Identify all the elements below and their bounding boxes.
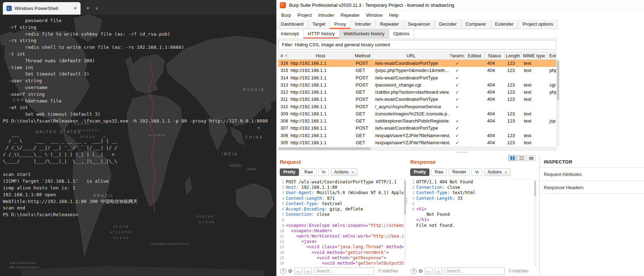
request-tab-n[interactable]: \n (318, 168, 329, 176)
column-header-host[interactable]: Host (288, 52, 353, 59)
table-horizontal-scrollbar[interactable] (278, 147, 556, 151)
settings-gear-icon[interactable]: ⚙ (288, 268, 293, 274)
history-row-314[interactable]: 314http://192.168.1.1POST/wls-wsat/Coord… (278, 74, 556, 82)
terminal-tab[interactable]: >_ Windows PowerShell ✕ (3, 2, 81, 15)
layout-side-by-side-button[interactable] (508, 155, 517, 161)
main-tab-decoder[interactable]: Decoder (435, 20, 461, 29)
code-line: 16 <void method="getServletOutputStre (279, 261, 403, 266)
history-row-307[interactable]: 307http://192.168.1.1POST/wls-wsat/Coord… (278, 125, 556, 132)
terminal-output: password file -rf string redis file to w… (3, 17, 268, 218)
line-number: 2 (279, 185, 286, 190)
history-row-306[interactable]: 306http://192.168.1.1GET/wxjsapi/saveYZJ… (278, 132, 556, 139)
column-header-url[interactable]: URL (372, 52, 450, 59)
main-tab-target[interactable]: Target (308, 20, 330, 29)
search-input[interactable] (314, 267, 374, 275)
response-tab-render[interactable]: Render (449, 168, 470, 176)
layout-combined-button[interactable] (527, 155, 535, 161)
request-tab-raw[interactable]: Raw (301, 168, 316, 176)
scrollbar-thumb[interactable] (534, 181, 536, 196)
code-line: 11 <work:WorkContext xmlns:work="http://… (279, 234, 403, 239)
sub-tab-http-history[interactable]: HTTP history (304, 29, 340, 38)
code-line: 2Host: 192.168.1.1:80 (279, 185, 403, 190)
code-line: Not Found (409, 212, 534, 217)
column-header-method[interactable]: Method (353, 52, 372, 59)
filter-bar[interactable]: Filter: Hiding CSS, image and general bi… (278, 40, 556, 50)
sub-tab-intercept[interactable]: Intercept (277, 29, 304, 38)
history-row-312[interactable]: 312http://192.168.1.1GET/zabbix.php?acti… (278, 89, 556, 96)
column-header-num[interactable]: #∨ (278, 52, 288, 59)
sub-tab-websockets-history[interactable]: WebSockets history (339, 29, 389, 38)
panel-splitter-handle[interactable] (406, 198, 407, 203)
search-next-button[interactable]: → (434, 267, 442, 275)
history-row-308[interactable]: 308http://192.168.1.1GET/uddiexplorer/Se… (278, 118, 556, 125)
splitter-handle[interactable] (457, 152, 468, 153)
menu-window[interactable]: Window (363, 12, 386, 18)
main-tab-comparer[interactable]: Comparer (461, 20, 491, 29)
response-editor-scrollbar[interactable] (534, 179, 536, 266)
request-editor[interactable]: 1POST /wls-wsat/CoordinatorPortType HTTP… (279, 179, 403, 266)
table-vertical-scrollbar[interactable] (556, 60, 560, 146)
request-editor-scrollbar[interactable] (404, 179, 406, 266)
history-row-316[interactable]: 316http://192.168.1.1POST/wls-wsat/Coord… (278, 60, 556, 67)
params-check: ✓ (450, 96, 464, 103)
layout-stacked-button[interactable] (517, 155, 526, 161)
menu-help[interactable]: Help (386, 12, 402, 18)
response-tab-pretty[interactable]: Pretty (410, 168, 429, 176)
history-row-311[interactable]: 311http://192.168.1.1POST/wls-wsat/Coord… (278, 96, 556, 103)
scrollbar-thumb[interactable] (404, 181, 406, 215)
scrollbar-thumb[interactable] (279, 147, 371, 150)
tab-dropdown-icon[interactable]: ∨ (95, 6, 98, 11)
inspector-section-response-headers[interactable]: Response Headers (540, 181, 644, 194)
params-check: ✓ (450, 60, 464, 67)
main-tab-proxy[interactable]: Proxy (330, 20, 351, 29)
response-tab-raw[interactable]: Raw (431, 168, 447, 176)
column-header-length[interactable]: Length (505, 52, 521, 59)
request-actions-button[interactable]: Actions ∨ (331, 168, 357, 176)
column-header-extension[interactable]: Extension (547, 52, 556, 59)
request-tab-pretty[interactable]: Pretty (280, 168, 299, 176)
column-header-edited[interactable]: Edited (464, 52, 485, 59)
menu-repeater[interactable]: Repeater (338, 12, 363, 18)
inspector-section-request-attributes[interactable]: Request Attributes (540, 167, 644, 181)
menu-burp[interactable]: Burp (278, 12, 294, 18)
line-number: 6 (409, 207, 416, 212)
column-header-mime-type[interactable]: MIME type (521, 52, 547, 59)
search-next-button[interactable]: → (304, 267, 312, 275)
history-row-309[interactable]: 309http://192.168.1.1GET/console/images/… (278, 110, 556, 118)
match-count: 0 matches (378, 269, 398, 274)
history-row-310[interactable]: 310http://192.168.1.1POST/_async/AsyncRe… (278, 103, 556, 110)
search-prev-button[interactable]: ← (425, 267, 433, 275)
new-tab-button[interactable]: + (86, 5, 89, 11)
menu-intruder[interactable]: Intruder (315, 12, 338, 18)
menu-project[interactable]: Project (294, 12, 315, 18)
history-row-305[interactable]: 305http://192.168.1.1GET/wxjsapi/saveYZJ… (278, 139, 556, 146)
column-header-params[interactable]: Params (450, 52, 464, 59)
terminal-body[interactable]: GreenlandCANADARUSSIAUNITED STATESCHINAI… (0, 15, 276, 276)
sub-tab-options[interactable]: Options (389, 29, 414, 38)
response-editor[interactable]: 1HTTP/1.1 404 Not Found2Connection: clos… (409, 179, 534, 266)
main-tab-intruder[interactable]: Intruder (351, 20, 376, 29)
settings-gear-icon[interactable]: ⚙ (418, 268, 423, 274)
response-tab-n[interactable]: \n (472, 168, 482, 176)
edited-check (464, 103, 485, 110)
inspector-title: INSPECTOR (540, 156, 644, 165)
search-input[interactable] (444, 267, 505, 275)
main-tab-sequencer[interactable]: Sequencer (403, 20, 435, 29)
line-number: 7 (279, 212, 286, 217)
tab-close-icon[interactable]: ✕ (74, 6, 77, 11)
request-search-bar: ? ⚙ ← → 0 matches (279, 266, 407, 276)
history-row-313[interactable]: 313http://192.168.1.1POST/password_chang… (278, 82, 556, 89)
main-tab-repeater[interactable]: Repeater (376, 20, 403, 29)
main-tab-extender[interactable]: Extender (491, 20, 518, 29)
help-icon[interactable]: ? (280, 268, 286, 274)
main-tab-user-options[interactable]: User options (558, 20, 558, 29)
main-tab-project-options[interactable]: Project options (518, 20, 558, 29)
help-icon[interactable]: ? (411, 268, 417, 274)
scrollbar-thumb[interactable] (557, 61, 559, 100)
main-tab-dashboard[interactable]: Dashboard (277, 20, 308, 29)
search-prev-button[interactable]: ← (294, 267, 302, 275)
history-row-315[interactable]: 315http://192.168.1.1GET/jsrpc.php?type=… (278, 67, 556, 74)
response-actions-button[interactable]: Actions ∨ (484, 168, 511, 176)
line-number: 8 (279, 217, 286, 223)
column-header-status[interactable]: Status (485, 52, 505, 59)
